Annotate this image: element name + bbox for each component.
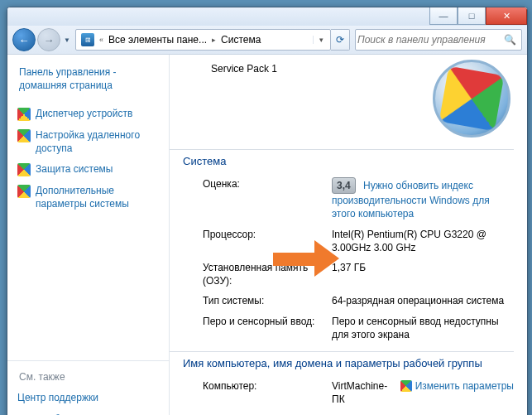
address-dropdown[interactable]: ▾	[313, 36, 328, 44]
maximize-button[interactable]: □	[458, 7, 486, 25]
address-bar[interactable]: ⊞ « Все элементы пане... ▸ Система ▾	[75, 29, 331, 51]
see-also-windows-update[interactable]: Центр обновления Windows	[7, 409, 169, 415]
sidebar-item-remote-settings[interactable]: Настройка удаленного доступа	[7, 125, 169, 159]
content-pane: Service Pack 1 Система Оценка: 3,4 Нужно…	[170, 55, 527, 415]
sidebar-item-label: Настройка удаленного доступа	[36, 129, 161, 155]
forward-button[interactable]: →	[37, 28, 60, 51]
sidebar-separator	[7, 360, 169, 361]
windows-logo-icon	[433, 60, 510, 138]
ram-value: 1,37 ГБ	[332, 261, 514, 287]
refresh-button[interactable]: ⟳	[331, 29, 350, 51]
processor-label: Процессор:	[203, 228, 332, 254]
rating-label: Оценка:	[203, 177, 332, 221]
service-pack-label: Service Pack 1	[170, 60, 433, 75]
system-properties-window: — □ ✕ ← → ▼ ⊞ « Все элементы пане... ▸ С…	[7, 7, 528, 415]
minimize-button[interactable]: —	[429, 7, 458, 25]
shield-icon	[17, 129, 31, 142]
computer-name-label: Компьютер:	[203, 379, 332, 406]
breadcrumb-all-items[interactable]: Все элементы пане...	[105, 34, 210, 46]
sidebar-item-label: Центр поддержки	[17, 392, 98, 405]
section-domain-heading: Имя компьютера, имя домена и параметры р…	[170, 352, 527, 376]
computer-name-value: VirtMachine-ПК	[332, 379, 400, 406]
shield-icon	[17, 185, 31, 198]
breadcrumb-arrow-icon: ▸	[210, 36, 218, 44]
search-input[interactable]	[356, 33, 499, 46]
back-button[interactable]: ←	[12, 28, 36, 51]
wei-score-badge: 3,4	[332, 177, 356, 194]
titlebar: — □ ✕	[7, 7, 527, 26]
sidebar-item-system-protection[interactable]: Защита системы	[7, 159, 169, 181]
breadcrumb-system[interactable]: Система	[218, 34, 264, 46]
shield-icon	[400, 380, 412, 392]
system-type-value: 64-разрядная операционная система	[332, 294, 514, 307]
sidebar-item-label: Дополнительные параметры системы	[36, 185, 161, 210]
search-box[interactable]: 🔍	[355, 29, 522, 51]
sidebar: Панель управления - домашняя страница Ди…	[7, 55, 170, 415]
shield-icon	[17, 163, 31, 176]
breadcrumb-separator: «	[98, 36, 105, 44]
control-panel-icon: ⊞	[81, 33, 94, 46]
ram-label: Установленная память (ОЗУ):	[203, 261, 332, 287]
change-settings-link[interactable]: Изменить параметры	[400, 379, 514, 406]
control-panel-home-link[interactable]: Панель управления - домашняя страница	[7, 63, 169, 104]
sidebar-item-advanced-settings[interactable]: Дополнительные параметры системы	[7, 181, 169, 215]
sidebar-item-device-manager[interactable]: Диспетчер устройств	[7, 104, 169, 125]
history-dropdown[interactable]: ▼	[62, 33, 72, 46]
section-system-heading: Система	[170, 150, 527, 174]
system-type-label: Тип системы:	[203, 294, 332, 307]
see-also-heading: См. также	[7, 368, 169, 388]
search-icon[interactable]: 🔍	[499, 34, 521, 46]
sidebar-item-label: Диспетчер устройств	[36, 108, 132, 121]
navigation-bar: ← → ▼ ⊞ « Все элементы пане... ▸ Система…	[7, 26, 527, 55]
see-also-action-center[interactable]: Центр поддержки	[7, 388, 169, 409]
processor-value: Intel(R) Pentium(R) CPU G3220 @ 3.00GHz …	[332, 228, 514, 254]
pen-touch-label: Перо и сенсорный ввод:	[203, 315, 332, 341]
close-button[interactable]: ✕	[486, 7, 527, 25]
pen-touch-value: Перо и сенсорный ввод недоступны для это…	[332, 315, 514, 341]
sidebar-item-label: Защита системы	[36, 163, 113, 176]
shield-icon	[17, 108, 31, 121]
